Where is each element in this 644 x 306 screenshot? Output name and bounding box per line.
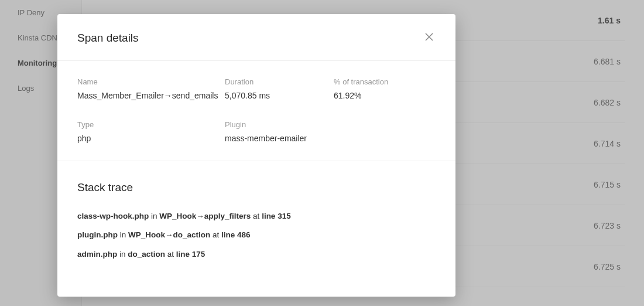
label-plugin: Plugin [225,120,334,129]
stack-trace-line: class-wp-hook.php in WP_Hook→apply_filte… [77,207,436,226]
stack-file: plugin.php [77,230,118,239]
modal-title: Span details [77,32,139,45]
kw-at: at [213,230,221,239]
stack-func: WP_Hook→do_action [128,230,210,239]
modal-header: Span details [57,14,455,61]
value-name: Mass_Member_Emailer→send_emails [77,91,225,100]
stack-line-no: line 486 [221,230,251,239]
value-plugin: mass-member-emailer [225,134,334,143]
kw-in: in [119,250,128,259]
span-details-modal: Span details Name Duration % of transact… [57,14,455,297]
close-icon [425,33,433,43]
kw-in: in [120,230,128,239]
close-button[interactable] [423,30,436,45]
kw-at: at [253,212,262,220]
stack-trace-line: admin.php in do_action at line 175 [77,245,436,264]
value-duration: 5,070.85 ms [225,91,334,100]
label-name: Name [77,77,225,86]
label-duration: Duration [225,77,334,86]
value-type: php [77,134,225,143]
value-pct: 61.92% [334,91,436,100]
stack-file: admin.php [77,250,117,259]
label-type: Type [77,120,225,129]
details-grid: Name Duration % of transaction Mass_Memb… [77,77,436,143]
label-pct: % of transaction [334,77,436,86]
divider [57,161,455,161]
empty-cell [334,120,436,129]
modal-body: Name Duration % of transaction Mass_Memb… [57,61,455,297]
spacer [77,105,436,115]
stack-line-no: line 315 [262,212,291,220]
stack-trace-title: Stack trace [77,181,436,194]
empty-cell [334,134,436,143]
stack-func: do_action [128,250,165,259]
kw-at: at [167,250,176,259]
kw-in: in [151,212,159,220]
stack-line-no: line 175 [176,250,205,259]
stack-trace-line: plugin.php in WP_Hook→do_action at line … [77,226,436,244]
stack-func: WP_Hook→apply_filters [159,212,251,220]
stack-file: class-wp-hook.php [77,212,149,220]
